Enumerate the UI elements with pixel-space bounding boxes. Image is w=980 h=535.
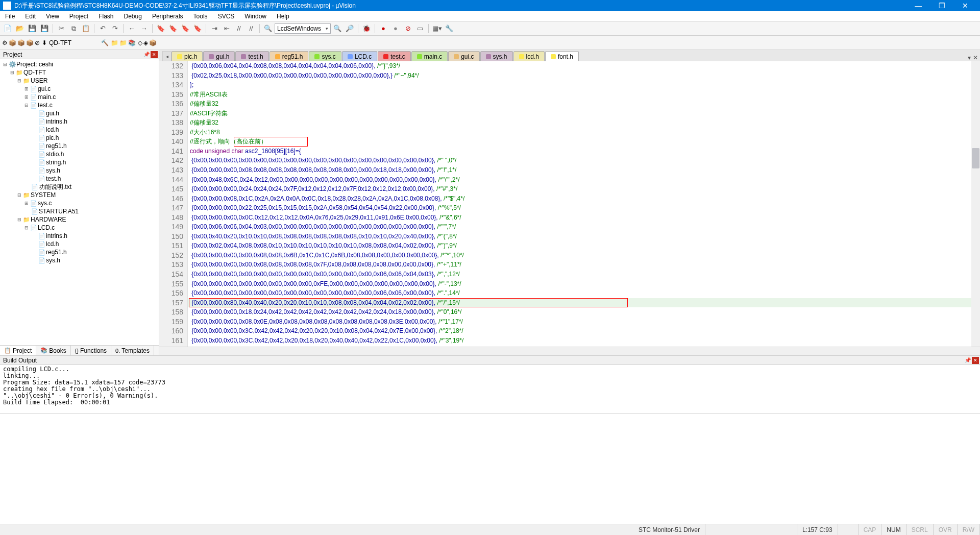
target-combo[interactable]: QD-TFT bbox=[49, 39, 100, 46]
editor-tab-pic-h[interactable]: pic.h bbox=[172, 51, 203, 61]
manage-project-icon[interactable]: 📁 bbox=[111, 39, 118, 46]
editor-close-icon[interactable]: ✕ bbox=[973, 54, 978, 61]
editor-tab-reg51-h[interactable]: reg51.h bbox=[270, 51, 309, 61]
undo-icon[interactable]: ↶ bbox=[97, 23, 108, 34]
pin-icon[interactable]: 📌 bbox=[143, 52, 150, 57]
project-panel-title: Project 📌 ✕ bbox=[0, 50, 159, 59]
nav-fwd-icon[interactable]: → bbox=[138, 23, 150, 34]
menu-help[interactable]: Help bbox=[272, 11, 295, 21]
indent-icon[interactable]: ⇥ bbox=[209, 23, 220, 34]
status-rw: R/W bbox=[958, 524, 980, 535]
menu-tools[interactable]: Tools bbox=[188, 11, 213, 21]
multi-project-icon[interactable]: ◈ bbox=[143, 39, 148, 46]
bp-window-icon[interactable]: ▭ bbox=[414, 23, 426, 34]
pack-installer-icon[interactable]: 📦 bbox=[149, 39, 157, 46]
menu-flash[interactable]: Flash bbox=[93, 11, 118, 21]
menu-view[interactable]: View bbox=[41, 11, 64, 21]
menu-svcs[interactable]: SVCS bbox=[213, 11, 240, 21]
find-icon[interactable]: 🔍 bbox=[262, 23, 274, 34]
kill-bp-icon[interactable]: ⊘ bbox=[402, 23, 413, 34]
build-panel-title: Build Output 📌 ✕ bbox=[0, 356, 980, 365]
stop-build-icon[interactable]: ⊘ bbox=[35, 39, 40, 46]
status-scrl: SCRL bbox=[906, 524, 934, 535]
save-all-icon[interactable]: 💾 bbox=[39, 23, 50, 34]
tab-dot-icon bbox=[519, 54, 524, 59]
tab-project[interactable]: 📋Project bbox=[0, 346, 36, 355]
copy-icon[interactable]: ⧉ bbox=[68, 23, 79, 34]
save-icon[interactable]: 💾 bbox=[27, 23, 38, 34]
file-ext-icon[interactable]: 📁 bbox=[119, 39, 127, 46]
project-tree[interactable]: ⊟⚙️Project: ceshi ⊟QD-TFT ⊟USER ⊞gui.c ⊞… bbox=[0, 59, 159, 345]
status-position: L:157 C:93 bbox=[797, 524, 838, 535]
code-text[interactable]: {0x00,0x06,0x04,0x04,0x08,0x08,0x04,0x04… bbox=[188, 61, 980, 347]
batch-build-icon[interactable]: 📦 bbox=[26, 39, 34, 46]
nav-back-icon[interactable]: ← bbox=[126, 23, 137, 34]
menu-window[interactable]: Window bbox=[239, 11, 272, 21]
pin-icon[interactable]: 📌 bbox=[965, 357, 971, 363]
manage-books-icon[interactable]: 📚 bbox=[128, 39, 136, 46]
menu-peripherals[interactable]: Peripherals bbox=[147, 11, 188, 21]
disable-bp-icon[interactable]: ● bbox=[390, 23, 401, 34]
tab-label: reg51.h bbox=[282, 53, 303, 60]
tab-books[interactable]: 📚Books bbox=[36, 346, 70, 355]
app-icon bbox=[3, 2, 11, 10]
tab-functions[interactable]: {}Functions bbox=[71, 346, 111, 355]
line-gutter: 132 133 134 135 136 137 138 139 140 141 … bbox=[159, 61, 188, 347]
incremental-find-icon[interactable]: 🔎 bbox=[344, 23, 355, 34]
editor-tab-main-c[interactable]: main.c bbox=[411, 51, 448, 61]
tab-templates[interactable]: 0.Templates bbox=[111, 346, 154, 355]
bookmark-next-icon[interactable]: 🔖 bbox=[180, 23, 191, 34]
bookmark-icon[interactable]: 🔖 bbox=[155, 23, 166, 34]
close-button[interactable]: ✕ bbox=[953, 0, 977, 11]
new-file-icon[interactable]: 📄 bbox=[2, 23, 13, 34]
build-icon[interactable]: 📦 bbox=[9, 39, 16, 46]
window-layout-icon[interactable]: ▦▾ bbox=[431, 23, 443, 34]
editor-tab-test-c[interactable]: test.c bbox=[378, 51, 411, 61]
menu-project[interactable]: Project bbox=[64, 11, 93, 21]
panel-close-icon[interactable]: ✕ bbox=[972, 357, 979, 364]
function-combo[interactable]: LcdSetWindows bbox=[275, 23, 331, 34]
menu-edit[interactable]: Edit bbox=[20, 11, 41, 21]
target-options-icon[interactable]: 🔨 bbox=[101, 39, 109, 46]
status-ovr: OVR bbox=[934, 524, 958, 535]
menu-debug[interactable]: Debug bbox=[119, 11, 147, 21]
editor-tab-lcd-h[interactable]: lcd.h bbox=[513, 51, 545, 61]
open-file-icon[interactable]: 📂 bbox=[14, 23, 26, 34]
bookmark-prev-icon[interactable]: 🔖 bbox=[167, 23, 179, 34]
cut-icon[interactable]: ✂ bbox=[56, 23, 67, 34]
tab-dot-icon bbox=[551, 54, 556, 59]
maximize-button[interactable]: ❐ bbox=[930, 0, 953, 11]
editor-tab-test-h[interactable]: test.h bbox=[235, 51, 268, 61]
minimize-button[interactable]: — bbox=[906, 0, 930, 11]
horizontal-scrollbar[interactable] bbox=[159, 347, 980, 355]
tab-label: pic.h bbox=[184, 53, 197, 60]
breakpoint-icon[interactable]: ● bbox=[378, 23, 389, 34]
editor-tab-sys-c[interactable]: sys.c bbox=[309, 51, 341, 61]
configure-icon[interactable]: 🔧 bbox=[444, 23, 455, 34]
debug-icon[interactable]: 🐞 bbox=[361, 23, 372, 34]
editor-tab-font-h[interactable]: font.h bbox=[545, 51, 579, 61]
panel-close-icon[interactable]: ✕ bbox=[151, 51, 158, 58]
bookmark-clear-icon[interactable]: 🔖 bbox=[192, 23, 203, 34]
translate-icon[interactable]: ⚙ bbox=[2, 39, 8, 46]
find-in-files-icon[interactable]: 🔍 bbox=[332, 23, 343, 34]
editor-restore-icon[interactable]: ▾ bbox=[968, 54, 971, 61]
tab-dot-icon bbox=[486, 54, 491, 59]
paste-icon[interactable]: 📋 bbox=[80, 23, 91, 34]
tab-dot-icon bbox=[383, 54, 388, 59]
code-editor[interactable]: 132 133 134 135 136 137 138 139 140 141 … bbox=[159, 61, 980, 347]
download-icon[interactable]: ⬇ bbox=[42, 39, 47, 46]
rebuild-icon[interactable]: 📦 bbox=[17, 39, 25, 46]
outdent-icon[interactable]: ⇤ bbox=[221, 23, 232, 34]
redo-icon[interactable]: ↷ bbox=[109, 23, 120, 34]
single-project-icon[interactable]: ◇ bbox=[138, 39, 142, 46]
editor-tab-gui-h[interactable]: gui.h bbox=[203, 51, 235, 61]
build-output-text[interactable]: compiling LCD.c... linking... Program Si… bbox=[0, 365, 980, 414]
editor-tab-LCD-c[interactable]: LCD.c bbox=[342, 51, 377, 61]
comment-icon[interactable]: // bbox=[233, 23, 244, 34]
editor-tab-gui-c[interactable]: gui.c bbox=[448, 51, 479, 61]
menu-file[interactable]: File bbox=[0, 11, 20, 21]
tab-scroll-left-icon[interactable]: ◂ bbox=[162, 51, 172, 61]
uncomment-icon[interactable]: // bbox=[246, 23, 257, 34]
editor-tab-sys-h[interactable]: sys.h bbox=[480, 51, 513, 61]
